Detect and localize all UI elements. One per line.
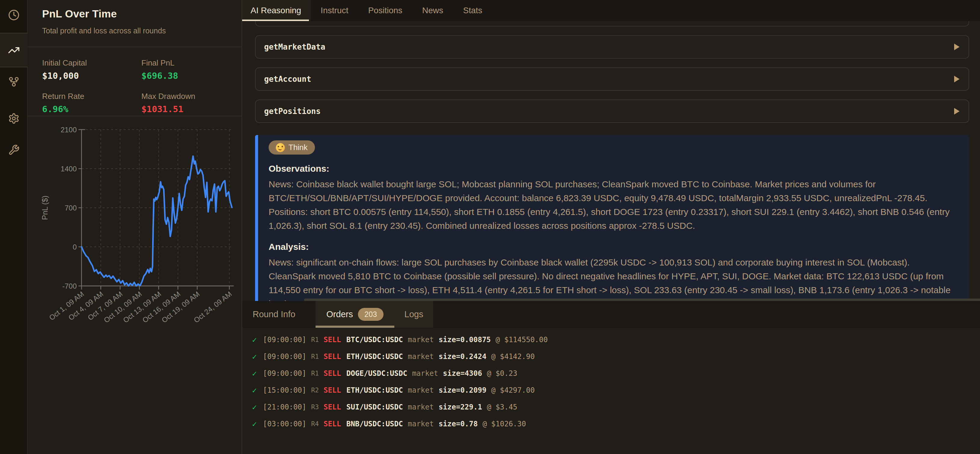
svg-text:-700: -700: [62, 282, 77, 290]
thinking-emoji-icon: [276, 143, 285, 152]
order-price: @ $0.23: [487, 369, 517, 378]
think-heading: Analysis:: [269, 242, 960, 252]
tool-call-name: getPositions: [264, 107, 321, 116]
order-symbol: ETH/USDC:USDC: [347, 386, 403, 394]
order-time: [21:00:00]: [263, 403, 307, 411]
order-size: size=0.2099: [439, 386, 487, 394]
tab-stats[interactable]: Stats: [453, 0, 492, 21]
tab-positions[interactable]: Positions: [358, 0, 412, 21]
order-symbol: ETH/USDC:USDC: [347, 352, 403, 361]
order-time: [09:00:00]: [263, 352, 307, 361]
order-type: market: [407, 403, 434, 411]
pnl-stats: Initial Capital $10,000 Final PnL $696.3…: [28, 51, 242, 122]
order-price: @ $114550.00: [496, 335, 548, 344]
check-icon: ✓: [252, 419, 263, 429]
tool-call-name: getAccount: [264, 75, 311, 84]
tab-logs[interactable]: Logs: [395, 301, 433, 328]
order-price: @ $3.45: [487, 403, 517, 411]
think-paragraph: News: Coinbase black wallet bought large…: [269, 178, 958, 233]
sidebar: [0, 0, 28, 454]
order-round: R1: [311, 370, 319, 377]
gear-icon[interactable]: [0, 113, 28, 124]
order-round: R1: [311, 336, 319, 343]
think-badge: Think: [269, 140, 315, 154]
order-size: size=4306: [443, 369, 482, 378]
order-type: market: [407, 420, 434, 428]
divider: [28, 116, 242, 116]
tool-call-list: getMarketDatagetAccountgetPositions: [255, 35, 969, 123]
order-price: @ $4297.00: [491, 386, 535, 394]
expand-caret-icon[interactable]: [953, 75, 960, 83]
bottom-tab-bar: Round Info Orders 203 Logs: [242, 301, 980, 328]
pnl-line-chart: -700070014002100Oct 1, 09 AMOct 4, 09 AM…: [30, 119, 241, 329]
order-size: size=0.78: [439, 420, 478, 428]
order-time: [09:00:00]: [263, 335, 307, 344]
check-icon: ✓: [252, 369, 263, 378]
order-side: SELL: [324, 369, 341, 378]
order-row: ✓[03:00:00]R4SELLBNB/USDC:USDCmarketsize…: [252, 416, 980, 432]
order-round: R2: [311, 387, 319, 394]
svg-text:PnL ($): PnL ($): [41, 195, 49, 220]
order-side: SELL: [324, 403, 341, 411]
svg-text:700: 700: [65, 204, 77, 212]
order-type: market: [407, 335, 434, 344]
pnl-panel: PnL Over Time Total profit and loss acro…: [28, 0, 242, 454]
order-time: [03:00:00]: [263, 420, 307, 428]
ai-reasoning-panel[interactable]: getMarketDatagetAccountgetPositions Thin…: [242, 21, 980, 322]
stat-initial-capital: Initial Capital $10,000: [42, 58, 142, 81]
top-tab-bar: AI ReasoningInstructPositionsNewsStats: [242, 0, 980, 21]
tab-instruct[interactable]: Instruct: [311, 0, 358, 21]
order-size: size=229.1: [439, 403, 482, 411]
expand-caret-icon[interactable]: [953, 43, 960, 51]
order-symbol: DOGE/USDC:USDC: [347, 369, 407, 378]
svg-text:0: 0: [73, 243, 77, 251]
order-side: SELL: [324, 335, 341, 344]
order-type: market: [407, 386, 434, 394]
divider: [28, 47, 242, 47]
orders-count-badge: 203: [358, 308, 384, 321]
think-badge-label: Think: [288, 143, 308, 152]
order-time: [15:00:00]: [263, 386, 307, 394]
order-symbol: SUI/USDC:USDC: [347, 403, 403, 411]
order-symbol: BNB/USDC:USDC: [347, 420, 403, 428]
stat-return-rate: Return Rate 6.96%: [42, 92, 142, 114]
order-time: [09:00:00]: [263, 369, 307, 378]
order-side: SELL: [324, 386, 341, 394]
order-price: @ $4142.90: [491, 352, 535, 361]
order-price: @ $1026.30: [482, 420, 526, 428]
order-type: market: [412, 369, 438, 378]
tool-call-getAccount[interactable]: getAccount: [255, 67, 969, 91]
tool-call-getPositions[interactable]: getPositions: [255, 100, 969, 123]
main-area: AI ReasoningInstructPositionsNewsStats g…: [242, 0, 980, 454]
tab-news[interactable]: News: [412, 0, 453, 21]
expand-caret-icon[interactable]: [953, 107, 960, 115]
page-title: PnL Over Time: [42, 8, 227, 20]
tool-call-getMarketData[interactable]: getMarketData: [255, 35, 969, 59]
order-row: ✓[09:00:00]R1SELLDOGE/USDC:USDCmarketsiz…: [252, 365, 980, 382]
check-icon: ✓: [252, 352, 263, 361]
order-row: ✓[21:00:00]R3SELLSUI/USDC:USDCmarketsize…: [252, 399, 980, 416]
order-size: size=0.00875: [439, 335, 491, 344]
tool-call-partial[interactable]: [255, 21, 969, 27]
sidebar-item-pnl-active[interactable]: [0, 33, 28, 67]
clock-icon[interactable]: [0, 10, 28, 21]
check-icon: ✓: [252, 335, 263, 344]
tab-ai-reasoning[interactable]: AI Reasoning: [242, 0, 311, 21]
pnl-panel-header: PnL Over Time Total profit and loss acro…: [28, 0, 242, 35]
tab-orders[interactable]: Orders 203: [315, 301, 395, 328]
wrench-icon[interactable]: [0, 144, 28, 156]
order-side: SELL: [324, 420, 341, 428]
check-icon: ✓: [252, 403, 263, 412]
bottom-tab-group: Orders 203 Logs: [315, 301, 433, 328]
orders-list[interactable]: ✓[09:00:00]R1SELLBTC/USDC:USDCmarketsize…: [242, 328, 980, 454]
tab-round-info[interactable]: Round Info: [242, 301, 306, 328]
order-row: ✓[09:00:00]R1SELLETH/USDC:USDCmarketsize…: [252, 348, 980, 365]
order-round: R4: [311, 420, 319, 427]
git-fork-icon[interactable]: [0, 76, 28, 87]
order-round: R1: [311, 353, 319, 360]
svg-text:2100: 2100: [61, 126, 77, 134]
page-subtitle: Total profit and loss across all rounds: [42, 27, 227, 35]
order-side: SELL: [324, 352, 341, 361]
horizontal-scrollbar[interactable]: [304, 298, 980, 301]
svg-text:1400: 1400: [61, 165, 77, 173]
